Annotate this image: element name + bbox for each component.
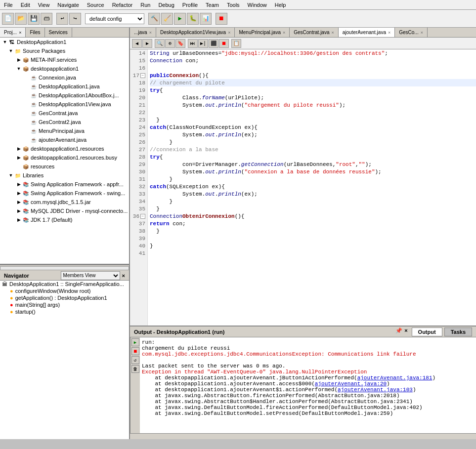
clear-output-button[interactable]: 🗑 — [131, 365, 139, 373]
tree-view[interactable]: ☕ DesktopApplication1View.java — [0, 100, 129, 109]
save-all-button[interactable]: 🗃 — [41, 13, 52, 25]
expand-icon[interactable]: ▶ — [16, 57, 22, 62]
tab-java-generic[interactable]: ...java× — [130, 28, 156, 37]
expand-icon[interactable]: ▶ — [16, 182, 22, 187]
fold-icon[interactable]: − — [140, 73, 145, 78]
stop-button[interactable]: ⏹ — [216, 13, 227, 25]
config-select[interactable]: default config — [85, 13, 144, 24]
tree-menuprincipal[interactable]: ☕ MenuPrincipal.java — [0, 126, 129, 135]
tree-resources-busy[interactable]: ▶ 📦 desktopapplication1.resources.busy — [0, 153, 129, 162]
output-hscroll[interactable] — [130, 433, 476, 439]
menu-tools[interactable]: Tools — [223, 1, 244, 9]
expand-icon[interactable]: ▼ — [8, 173, 14, 178]
tab-ajouter-avenant[interactable]: ajouterAvenant.java× — [339, 28, 395, 37]
navigator-view-select[interactable]: Members View — [61, 271, 120, 280]
error-link[interactable]: ajouterAvenant.java:181 — [357, 375, 433, 381]
tree-resources2[interactable]: 📦 resources — [0, 162, 129, 171]
debug-step-button[interactable]: ⏭ — [188, 39, 198, 48]
close-tab[interactable]: × — [228, 30, 230, 35]
menu-help[interactable]: Help — [271, 1, 290, 9]
build-button[interactable]: 🔨 — [148, 13, 160, 25]
expand-icon[interactable]: ▶ — [16, 155, 22, 160]
tree-gescontrat[interactable]: ☕ GesContrat.java — [0, 109, 129, 118]
tree-resources[interactable]: ▶ 📦 desktopapplication1.resources — [0, 144, 129, 153]
output-tab-output[interactable]: Output — [412, 327, 442, 336]
error-link[interactable]: ajouterAvenant.java:103 — [338, 387, 413, 393]
close-tab[interactable]: × — [388, 30, 390, 35]
menu-run[interactable]: Run — [136, 1, 154, 9]
tab-desktop-view[interactable]: DesktopApplication1View.java× — [156, 28, 235, 37]
tree-swing1[interactable]: ▶ 📚 Swing Application Framework - appfr.… — [0, 180, 129, 189]
tree-ajouteravenant[interactable]: ☕ ajouterAvenant.java — [0, 135, 129, 144]
nav-item-configure[interactable]: ● configureWindow(Window root) — [0, 287, 129, 294]
menu-navigate[interactable]: Navigate — [53, 1, 83, 9]
tab-menu-principal[interactable]: MenuPrincipal.java× — [235, 28, 290, 37]
expand-icon[interactable]: ▶ — [16, 208, 22, 213]
output-content[interactable]: run: chargement du pilote reussi com.mys… — [140, 337, 476, 433]
hscroll-track[interactable] — [0, 266, 129, 270]
tree-aboutbox[interactable]: ☕ DesktopApplication1AboutBox.j... — [0, 91, 129, 100]
run-button[interactable]: ▶ — [174, 13, 186, 25]
expand-icon[interactable]: ▼ — [2, 40, 8, 44]
tab-services[interactable]: Services — [45, 28, 72, 37]
line-num-fold[interactable]: 36 − — [130, 212, 147, 220]
new-project-button[interactable]: 📄 — [2, 13, 14, 25]
menu-edit[interactable]: Edit — [17, 1, 34, 9]
go-forward-button[interactable]: ▶ — [142, 39, 152, 48]
nav-item-root[interactable]: 🏛 DesktopApplication1 :: SingleFrameAppl… — [0, 281, 129, 287]
tree-connexion[interactable]: ☕ Connexion.java — [0, 73, 129, 82]
code-content[interactable]: String urlBaseDonnees="jdbc:mysql://loca… — [148, 49, 476, 326]
tab-gesco[interactable]: GesCo...× — [395, 28, 428, 37]
tree-source-packages[interactable]: ▼ 📁 Source Packages — [0, 46, 129, 55]
expand-icon[interactable]: ▶ — [16, 146, 22, 151]
save-button[interactable]: 💾 — [28, 13, 40, 25]
run-again-button[interactable]: ▶ — [131, 338, 139, 346]
find-usages-button[interactable]: ⊕ — [165, 39, 175, 48]
redo-button[interactable]: ↪ — [69, 13, 81, 25]
tree-hscroll[interactable] — [0, 265, 129, 271]
tab-gescontrat[interactable]: GesContrat.java× — [290, 28, 339, 37]
undo-button[interactable]: ↩ — [56, 13, 68, 25]
run-to-cursor-button[interactable]: ▶| — [198, 39, 208, 48]
menu-refactor[interactable]: Refactor — [108, 1, 137, 9]
output-tab-tasks[interactable]: Tasks — [444, 327, 472, 336]
task-btn[interactable]: 📋 — [231, 39, 241, 48]
nav-item-main[interactable]: ● main(String[] args) — [0, 301, 129, 308]
tree-desktopapp[interactable]: ▼ 📦 desktopapplication1 — [0, 64, 129, 73]
tree-gescontrat2[interactable]: ☕ GesContrat2.java — [0, 118, 129, 126]
tree-desktopapp1[interactable]: ☕ DesktopApplication1.java — [0, 82, 129, 91]
close-tab[interactable]: × — [421, 30, 423, 35]
expand-icon[interactable]: ▶ — [16, 191, 22, 196]
close-tab[interactable]: × — [283, 30, 285, 35]
go-back-button[interactable]: ◀ — [132, 39, 142, 48]
tree-mysql-jdbc[interactable]: ▶ 📚 com.mysql.jdbc_5.1.5.jar — [0, 198, 129, 206]
close-tab[interactable]: × — [149, 30, 152, 35]
tab-files[interactable]: Files — [26, 28, 44, 37]
fold-icon[interactable]: − — [140, 214, 145, 219]
pin-icon[interactable]: 📌 — [395, 327, 402, 336]
error-link[interactable]: ajouterAvenant.java:20 — [315, 381, 387, 387]
tree-jdk[interactable]: ▶ 📚 JDK 1.7 (Default) — [0, 215, 129, 224]
menu-source[interactable]: Source — [83, 1, 108, 9]
add-breakpoint-button[interactable]: ⬛ — [209, 39, 218, 48]
profile-button[interactable]: 📊 — [200, 13, 212, 25]
menu-window[interactable]: Window — [244, 1, 271, 9]
menu-team[interactable]: Team — [202, 1, 223, 9]
close-tab[interactable]: × — [331, 30, 334, 35]
nav-item-startup[interactable]: ● startup() — [0, 308, 129, 315]
close-projects-tab[interactable]: × — [19, 30, 21, 35]
menu-view[interactable]: View — [34, 1, 54, 9]
expand-icon[interactable]: ▼ — [16, 66, 22, 71]
stop-debug-button[interactable]: ⏹ — [219, 39, 229, 48]
stop-output-button[interactable]: ⏹ — [131, 347, 139, 355]
menu-file[interactable]: File — [0, 1, 17, 9]
clean-build-button[interactable]: 🧹 — [161, 13, 173, 25]
tree-root[interactable]: ▼ 🏗 DesktopApplication1 — [0, 38, 129, 46]
expand-icon[interactable]: ▼ — [8, 48, 14, 53]
open-button[interactable]: 📂 — [15, 13, 27, 25]
expand-icon[interactable]: ▶ — [16, 217, 22, 222]
menu-profile[interactable]: Profile — [178, 1, 202, 9]
tree-swing2[interactable]: ▶ 📚 Swing Application Framework - swing.… — [0, 189, 129, 198]
nav-item-getapp[interactable]: ● getApplication() : DesktopApplication1 — [0, 294, 129, 301]
debug-run-button[interactable]: 🐛 — [187, 13, 199, 25]
